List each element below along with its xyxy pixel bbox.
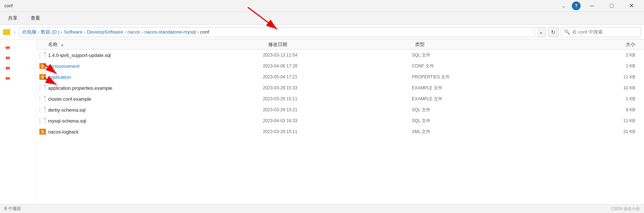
file-date: 2023-04-03 16:33: [263, 118, 412, 123]
file-size: 11 KB: [561, 74, 641, 80]
file-type: EXAMPLE 文件: [412, 96, 561, 102]
file-name: S announcement: [39, 63, 263, 69]
file-date: 2023-03-13 11:54: [263, 53, 412, 58]
col-name-header[interactable]: 名称 ▲: [39, 41, 268, 48]
address-bar: › 此电脑 › 数据 (D:) › Software › DevelopSoft…: [0, 25, 644, 39]
pin-icon-3: 📌: [3, 64, 11, 72]
doc-icon: [39, 52, 46, 58]
breadcrumb-developsoftware[interactable]: DevelopSoftware: [87, 29, 123, 35]
status-text: 8 个项目: [4, 206, 21, 212]
breadcrumb-path[interactable]: 此电脑 › 数据 (D:) › Software › DevelopSoftwa…: [19, 27, 535, 37]
table-row[interactable]: mysql-schema.sql 2023-04-03 16:33 SQL 文件…: [36, 115, 644, 126]
minimize-button[interactable]: ─: [583, 0, 600, 12]
doc-icon: [39, 96, 46, 102]
ribbon-share[interactable]: 共享: [6, 13, 20, 23]
status-bar: 8 个项目 CSDN @史小创: [0, 204, 644, 213]
address-dropdown[interactable]: ⌄: [537, 27, 546, 37]
table-row[interactable]: application.properties.example 2023-03-2…: [36, 82, 644, 93]
folder-icon: [3, 29, 10, 35]
breadcrumb-thispc[interactable]: 此电脑: [22, 29, 36, 35]
watermark: CSDN @史小创: [611, 206, 640, 212]
ribbon: 共享 查看: [0, 12, 644, 25]
file-name: 1.4.0-ipv6_support-update.sql: [39, 52, 263, 58]
window-title: conf: [4, 3, 559, 8]
sidebar-pin-3[interactable]: 📌: [0, 63, 36, 73]
file-type: EXAMPLE 文件: [412, 85, 561, 91]
title-bar-controls: ⌄ ? ─ □ ✕: [559, 0, 640, 12]
table-row[interactable]: S application 2023-05-04 17:21 PROPERTIE…: [36, 71, 644, 82]
close-button[interactable]: ✕: [623, 0, 640, 12]
search-input[interactable]: [572, 29, 638, 35]
table-row[interactable]: derby-schema.sql 2023-03-29 15:21 SQL 文件…: [36, 104, 644, 115]
file-name: cluster.conf.example: [39, 96, 263, 102]
breadcrumb-software[interactable]: Software: [64, 29, 82, 35]
col-type-header[interactable]: 类型: [415, 41, 562, 48]
file-name: mysql-schema.sql: [39, 118, 263, 124]
sort-arrow: ▲: [61, 43, 64, 47]
file-name: S nacos-logback: [39, 129, 263, 135]
file-type: SQL 文件: [412, 107, 561, 113]
file-name: application.properties.example: [39, 85, 263, 91]
sidebar-pin-1[interactable]: 📌: [0, 42, 36, 53]
file-date: 2023-03-29 15:11: [263, 96, 412, 101]
file-date: 2023-04-06 17:28: [263, 63, 412, 69]
doc-icon: [39, 85, 46, 91]
doc-icon: [39, 118, 46, 124]
title-bar: conf ⌄ ? ─ □ ✕: [0, 0, 644, 12]
lightning-icon: S: [39, 74, 46, 80]
file-type: SQL 文件: [412, 118, 561, 124]
file-type: PROPERTIES 文件: [412, 74, 561, 80]
ribbon-view[interactable]: 查看: [28, 13, 42, 23]
file-type: SQL 文件: [412, 52, 561, 58]
sidebar: 📌 📌 📌 📌: [0, 39, 36, 204]
breadcrumb-arrow: ›: [14, 30, 15, 35]
file-size: 10 KB: [561, 85, 641, 90]
file-size: 1 KB: [561, 96, 641, 101]
col-date-header[interactable]: 修改日期: [268, 41, 415, 48]
doc-icon: [39, 107, 46, 113]
file-size: 2 KB: [561, 53, 641, 58]
col-size-header[interactable]: 大小: [562, 41, 641, 48]
file-type: XML 文件: [412, 129, 561, 135]
file-rows-container: 1.4.0-ipv6_support-update.sql 2023-03-13…: [36, 50, 644, 137]
search-box[interactable]: 🔍: [561, 27, 641, 37]
breadcrumb-drive[interactable]: 数据 (D:): [41, 29, 59, 35]
file-name: derby-schema.sql: [39, 107, 263, 113]
help-button[interactable]: ?: [572, 1, 581, 10]
chevron-down-btn[interactable]: ⌄: [559, 1, 569, 11]
file-date: 2023-05-04 17:21: [263, 74, 412, 80]
file-size: 9 KB: [561, 107, 641, 112]
file-date: 2023-03-29 15:33: [263, 85, 412, 90]
table-row[interactable]: S nacos-logback 2023-03-29 15:11 XML 文件 …: [36, 126, 644, 137]
breadcrumb-nacos-standalone[interactable]: nacos-standalone-mysql: [144, 29, 196, 35]
sidebar-pin-4[interactable]: 📌: [0, 73, 36, 83]
table-row[interactable]: S announcement 2023-04-06 17:28 CONF 文件 …: [36, 61, 644, 71]
lightning-icon: S: [39, 63, 46, 69]
pin-icon-2: 📌: [3, 54, 11, 62]
sidebar-pin-2[interactable]: 📌: [0, 53, 36, 63]
pin-icon-1: 📌: [3, 43, 11, 51]
lightning-icon: S: [39, 129, 46, 135]
file-name: S application: [39, 74, 263, 80]
file-list: 名称 ▲ 修改日期 类型 大小 1.4.0-ipv6_support-updat…: [36, 39, 644, 204]
breadcrumb-current: conf: [200, 29, 209, 35]
refresh-button[interactable]: ↻: [548, 27, 559, 37]
file-size: 31 KB: [561, 129, 641, 134]
search-icon: 🔍: [564, 29, 570, 35]
file-date: 2023-03-29 15:21: [263, 107, 412, 112]
breadcrumb-nacos[interactable]: nacos: [128, 29, 140, 35]
table-row[interactable]: 1.4.0-ipv6_support-update.sql 2023-03-13…: [36, 50, 644, 61]
maximize-button[interactable]: □: [603, 0, 620, 12]
file-size: 1 KB: [561, 63, 641, 69]
pin-icon-4: 📌: [3, 74, 11, 82]
file-date: 2023-03-29 15:11: [263, 129, 412, 134]
table-row[interactable]: cluster.conf.example 2023-03-29 15:11 EX…: [36, 93, 644, 104]
file-type: CONF 文件: [412, 63, 561, 69]
file-list-header: 名称 ▲ 修改日期 类型 大小: [36, 39, 644, 50]
file-size: 11 KB: [561, 118, 641, 123]
main-content: 📌 📌 📌 📌 名称 ▲ 修改日期 类型 大小 1.4.0-ipv6_: [0, 39, 644, 204]
